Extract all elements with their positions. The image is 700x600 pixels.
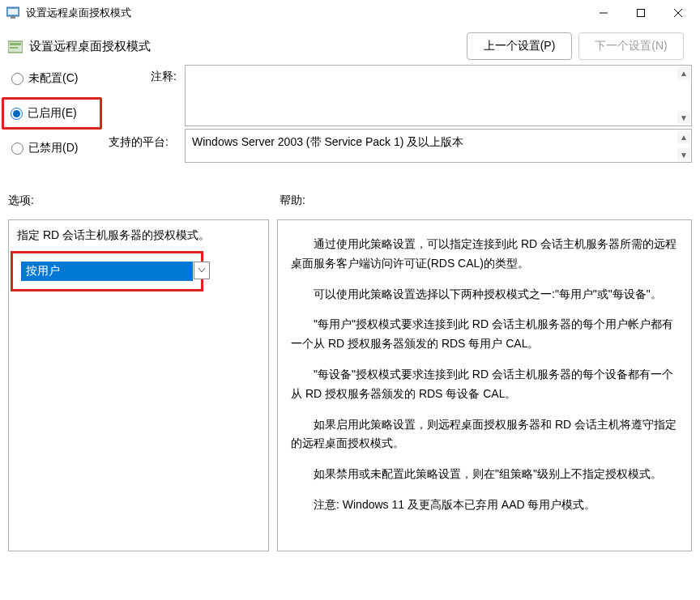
comment-textarea[interactable] <box>185 65 692 126</box>
titlebar: 设置远程桌面授权模式 <box>0 0 700 26</box>
minimize-button[interactable] <box>585 0 622 26</box>
maximize-button[interactable] <box>622 0 659 26</box>
mode-select-highlight: 按用户 <box>11 251 203 291</box>
policy-icon <box>8 40 23 54</box>
help-paragraph: 如果启用此策略设置，则远程桌面授权服务器和 RD 会话主机将遵守指定的远程桌面授… <box>291 415 678 454</box>
content-area: 设置远程桌面授权模式 上一个设置(P) 下一个设置(N) 未配置(C) 已启用(… <box>0 26 700 551</box>
scroll-up-icon[interactable]: ▲ <box>677 66 690 79</box>
svg-rect-9 <box>10 47 18 49</box>
chevron-down-icon[interactable] <box>194 262 210 279</box>
radio-not-configured[interactable]: 未配置(C) <box>8 70 122 87</box>
mode-select[interactable]: 按用户 <box>21 262 193 281</box>
radio-not-configured-label: 未配置(C) <box>28 71 78 86</box>
options-section-label: 选项: <box>8 194 280 208</box>
help-paragraph: 如果禁用或未配置此策略设置，则在"组策略"级别上不指定授权模式。 <box>291 465 678 484</box>
comment-box-wrap: ▲ ▼ <box>185 65 692 129</box>
state-radios: 未配置(C) 已启用(E) 已禁用(D) <box>8 65 122 163</box>
svg-rect-4 <box>638 10 645 17</box>
page-title: 设置远程桌面授权模式 <box>29 39 151 54</box>
platform-value: Windows Server 2003 (带 Service Pack 1) 及… <box>185 129 692 163</box>
help-paragraph: 通过使用此策略设置，可以指定连接到此 RD 会话主机服务器所需的远程桌面服务客户… <box>291 235 678 274</box>
scroll-down-icon[interactable]: ▼ <box>677 148 690 161</box>
options-panel: 指定 RD 会话主机服务器的授权模式。 按用户 <box>8 219 269 551</box>
app-icon <box>6 6 19 19</box>
header-left: 设置远程桌面授权模式 <box>8 32 151 54</box>
help-paragraph: 注意: Windows 11 及更高版本已弃用 AAD 每用户模式。 <box>291 496 678 515</box>
options-mode-title: 指定 RD 会话主机服务器的授权模式。 <box>17 228 260 243</box>
radio-not-configured-input[interactable] <box>11 73 23 85</box>
svg-rect-1 <box>8 9 18 15</box>
window-title: 设置远程桌面授权模式 <box>26 6 585 20</box>
section-labels: 选项: 帮助: <box>8 194 692 208</box>
next-setting-button: 下一个设置(N) <box>578 32 684 60</box>
comment-label: 注释: <box>125 65 181 129</box>
platform-box-wrap: Windows Server 2003 (带 Service Pack 1) 及… <box>185 129 692 163</box>
platform-label: 支持的平台: <box>125 129 181 163</box>
help-section-label: 帮助: <box>280 194 692 208</box>
radio-disabled-input[interactable] <box>11 143 23 155</box>
help-panel: 通过使用此策略设置，可以指定连接到此 RD 会话主机服务器所需的远程桌面服务客户… <box>277 219 692 551</box>
nav-buttons: 上一个设置(P) 下一个设置(N) <box>467 32 692 60</box>
radio-disabled-label: 已禁用(D) <box>28 141 78 155</box>
top-grid: 未配置(C) 已启用(E) 已禁用(D) 注释: ▲ ▼ 支持的平台: Wind… <box>8 65 692 163</box>
radio-disabled[interactable]: 已禁用(D) <box>8 139 122 157</box>
svg-rect-8 <box>10 43 21 45</box>
help-paragraph: "每用户"授权模式要求连接到此 RD 会话主机服务器的每个用户帐户都有一个从 R… <box>291 315 678 354</box>
radio-enabled-input[interactable] <box>11 108 23 120</box>
prev-setting-button[interactable]: 上一个设置(P) <box>467 32 572 60</box>
svg-rect-2 <box>11 16 15 19</box>
window-controls <box>585 0 697 26</box>
radio-enabled-label: 已启用(E) <box>28 106 77 121</box>
close-button[interactable] <box>659 0 697 26</box>
header-row: 设置远程桌面授权模式 上一个设置(P) 下一个设置(N) <box>8 32 692 60</box>
lower-panels: 指定 RD 会话主机服务器的授权模式。 按用户 通过使用此策略设置，可以指定连接… <box>8 219 692 551</box>
radio-enabled[interactable]: 已启用(E) <box>2 97 102 130</box>
mode-select-value: 按用户 <box>26 264 60 279</box>
help-paragraph: 可以使用此策略设置选择以下两种授权模式之一:"每用户"或"每设备"。 <box>291 285 678 304</box>
help-paragraph: "每设备"授权模式要求连接到此 RD 会话主机服务器的每个设备都有一个从 RD … <box>291 365 678 404</box>
scroll-up-icon[interactable]: ▲ <box>677 130 690 143</box>
scroll-down-icon[interactable]: ▼ <box>677 111 690 124</box>
